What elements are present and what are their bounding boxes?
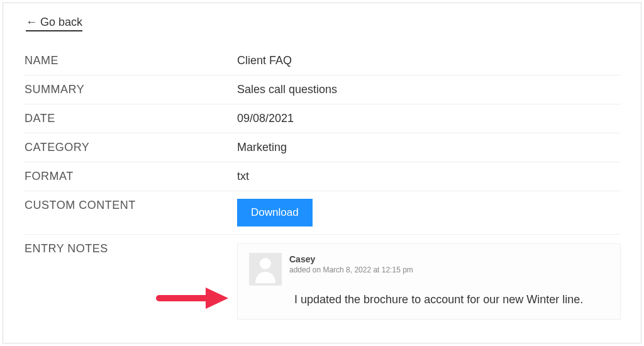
svg-point-0 xyxy=(260,258,271,269)
note-author: Casey xyxy=(289,254,413,264)
go-back-link[interactable]: ← Go back xyxy=(26,16,82,31)
note-header: Casey added on March 8, 2022 at 12:15 pm xyxy=(249,253,609,286)
entry-detail-panel: ← Go back NAME Client FAQ SUMMARY Sales … xyxy=(3,3,641,343)
note-card: Casey added on March 8, 2022 at 12:15 pm… xyxy=(237,243,621,320)
row-summary: SUMMARY Sales call questions xyxy=(23,75,621,104)
label-format: FORMAT xyxy=(23,170,237,183)
row-format: FORMAT txt xyxy=(23,162,621,191)
row-entry-notes: ENTRY NOTES Casey added on March 8, 2022… xyxy=(23,235,621,327)
label-category: CATEGORY xyxy=(23,141,237,154)
value-summary: Sales call questions xyxy=(237,83,621,96)
label-date: DATE xyxy=(23,112,237,125)
label-custom-content: CUSTOM CONTENT xyxy=(23,199,237,212)
value-name: Client FAQ xyxy=(237,54,621,67)
label-name: NAME xyxy=(23,54,237,67)
label-entry-notes: ENTRY NOTES xyxy=(23,242,237,255)
value-entry-notes: Casey added on March 8, 2022 at 12:15 pm… xyxy=(237,242,621,320)
row-date: DATE 09/08/2021 xyxy=(23,104,621,133)
person-icon xyxy=(253,255,278,283)
row-custom-content: CUSTOM CONTENT Download xyxy=(23,191,621,235)
value-category: Marketing xyxy=(237,141,621,154)
note-body: I updated the brochure to account for ou… xyxy=(294,293,609,306)
detail-table: NAME Client FAQ SUMMARY Sales call quest… xyxy=(23,47,621,327)
row-name: NAME Client FAQ xyxy=(23,47,621,75)
value-date: 09/08/2021 xyxy=(237,112,621,125)
row-category: CATEGORY Marketing xyxy=(23,133,621,162)
value-format: txt xyxy=(237,170,621,183)
download-button[interactable]: Download xyxy=(237,199,313,226)
avatar xyxy=(249,253,282,286)
note-meta: Casey added on March 8, 2022 at 12:15 pm xyxy=(289,253,413,274)
label-summary: SUMMARY xyxy=(23,83,237,96)
note-timestamp: added on March 8, 2022 at 12:15 pm xyxy=(289,265,413,274)
value-custom-content: Download xyxy=(237,199,621,226)
